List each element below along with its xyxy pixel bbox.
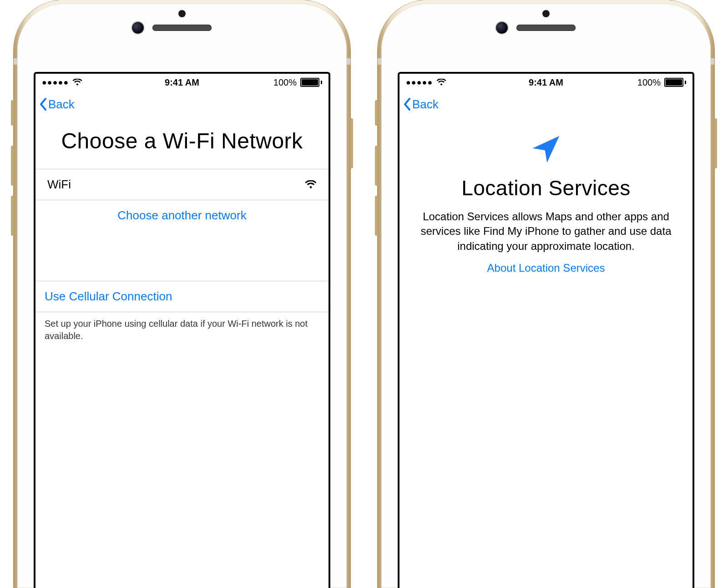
screen-bezel: ●●●●● 9:41 AM 100% — [34, 72, 330, 588]
front-camera — [496, 22, 508, 34]
wifi-icon — [436, 79, 446, 86]
wifi-setup-screen: ●●●●● 9:41 AM 100% — [35, 74, 329, 588]
wifi-network-name: WiFi — [47, 177, 71, 192]
antenna-band — [711, 58, 714, 65]
power-button — [714, 118, 717, 168]
use-cellular-button[interactable]: Use Cellular Connection — [35, 281, 329, 312]
wifi-network-row[interactable]: WiFi — [35, 169, 329, 200]
volume-down-button — [375, 196, 378, 236]
volume-up-button — [375, 146, 378, 186]
proximity-sensor — [178, 10, 186, 17]
wifi-icon — [72, 79, 82, 86]
battery-percent: 100% — [273, 77, 297, 88]
back-button[interactable]: Back — [39, 97, 75, 112]
mute-switch — [11, 100, 14, 126]
status-bar: ●●●●● 9:41 AM 100% — [35, 74, 329, 91]
back-button[interactable]: Back — [403, 97, 439, 112]
battery-icon — [300, 78, 322, 87]
signal-dots-icon: ●●●●● — [406, 78, 433, 86]
location-arrow-icon — [399, 117, 693, 167]
earpiece-speaker — [516, 25, 576, 31]
back-label: Back — [412, 97, 439, 112]
volume-up-button — [11, 146, 14, 186]
location-services-screen: ●●●●● 9:41 AM 100% — [399, 74, 693, 588]
location-description: Location Services allows Maps and other … — [399, 209, 693, 260]
antenna-band — [14, 58, 17, 65]
antenna-band — [378, 58, 381, 65]
wifi-icon — [305, 180, 317, 189]
back-label: Back — [48, 97, 75, 112]
about-location-services-link[interactable]: About Location Services — [399, 260, 693, 284]
nav-bar: Back — [399, 91, 693, 117]
earpiece-speaker — [152, 25, 212, 31]
screen-bezel: ●●●●● 9:41 AM 100% — [398, 72, 694, 588]
chevron-left-icon — [403, 97, 411, 111]
page-title: Choose a Wi-Fi Network — [35, 117, 329, 169]
proximity-sensor — [542, 10, 550, 17]
mute-switch — [375, 100, 378, 126]
page-title: Location Services — [399, 167, 693, 209]
choose-another-network-button[interactable]: Choose another network — [35, 200, 329, 231]
status-bar: ●●●●● 9:41 AM 100% — [399, 74, 693, 91]
antenna-band — [347, 58, 350, 65]
power-button — [350, 118, 353, 168]
volume-down-button — [11, 196, 14, 236]
signal-dots-icon: ●●●●● — [42, 78, 69, 86]
battery-percent: 100% — [637, 77, 661, 88]
nav-bar: Back — [35, 91, 329, 117]
cellular-help-text: Set up your iPhone using cellular data i… — [35, 312, 329, 348]
iphone-device-left: ●●●●● 9:41 AM 100% — [14, 0, 350, 588]
iphone-device-right: ●●●●● 9:41 AM 100% — [378, 0, 714, 588]
battery-icon — [664, 78, 686, 87]
front-camera — [132, 22, 144, 34]
chevron-left-icon — [39, 97, 47, 111]
